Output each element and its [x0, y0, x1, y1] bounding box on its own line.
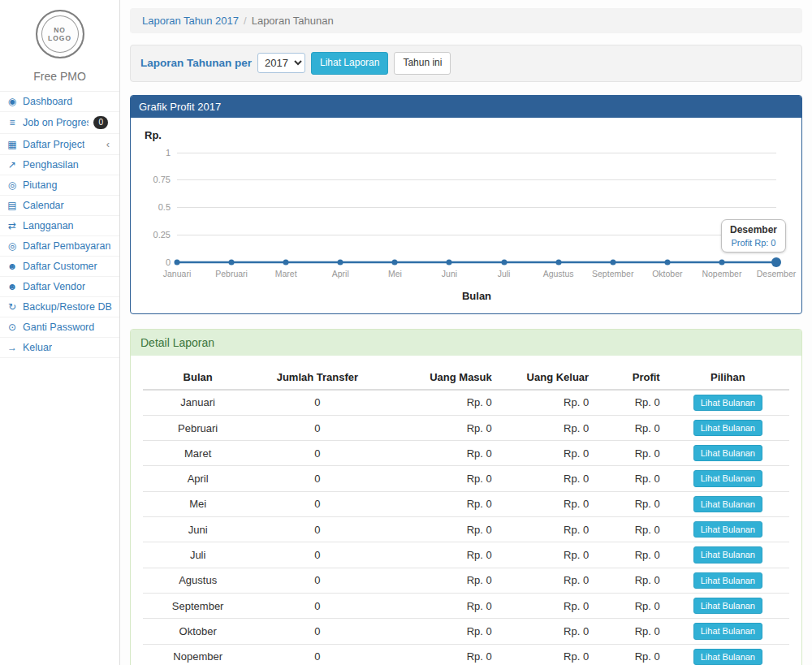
- sidebar-item-backup-restore-db[interactable]: ↻Backup/Restore DB: [0, 297, 119, 317]
- y-tick-label: 0.25: [153, 230, 171, 240]
- cell: Rp. 0: [382, 644, 499, 665]
- sidebar-item-ganti-password[interactable]: ⊙Ganti Password: [0, 317, 119, 338]
- table-row: Mei0Rp. 0Rp. 0Rp. 0Lihat Bulanan: [143, 491, 789, 516]
- lihat-bulanan-button[interactable]: Lihat Bulanan: [693, 598, 762, 614]
- data-point-nopember[interactable]: [719, 259, 724, 265]
- data-point-april[interactable]: [338, 259, 343, 265]
- data-point-agustus[interactable]: [555, 259, 561, 265]
- line-chart-icon: ↗: [6, 159, 18, 171]
- sidebar-item-daftar-pembayaran[interactable]: ◎Daftar Pembayaran: [0, 236, 119, 257]
- sidebar-item-job-on-progress[interactable]: ≡Job on Progress0: [0, 112, 119, 134]
- lihat-bulanan-button[interactable]: Lihat Bulanan: [693, 546, 762, 563]
- sidebar-item-piutang[interactable]: ◎Piutang: [0, 175, 119, 196]
- lihat-bulanan-button[interactable]: Lihat Bulanan: [693, 445, 762, 461]
- lihat-bulanan-button[interactable]: Lihat Bulanan: [693, 496, 762, 512]
- data-point-maret[interactable]: [283, 259, 289, 265]
- report-table: BulanJumlah TransferUang MasukUang Kelua…: [143, 365, 789, 665]
- sidebar-item-label: Keluar: [23, 342, 52, 353]
- sidebar-item-daftar-customer[interactable]: ☻Daftar Customer: [0, 257, 119, 277]
- cell: Rp. 0: [595, 593, 667, 618]
- table-row: Agustus0Rp. 0Rp. 0Rp. 0Lihat Bulanan: [143, 568, 789, 593]
- sidebar-item-calendar[interactable]: ▤Calendar: [0, 196, 119, 216]
- x-tick-label: Pebruari: [215, 269, 248, 279]
- cell: Rp. 0: [382, 542, 499, 568]
- cell: 0: [253, 542, 382, 568]
- cell: Agustus: [143, 568, 253, 593]
- filter-label: Laporan Tahunan per: [140, 57, 252, 69]
- detail-panel-title: Detail Laporan: [131, 330, 801, 356]
- data-point-januari[interactable]: [175, 259, 180, 265]
- column-header-uang-keluar: Uang Keluar: [499, 365, 595, 390]
- breadcrumb-separator: /: [244, 15, 247, 27]
- data-point-pebruari[interactable]: [229, 259, 235, 265]
- cell: Mei: [143, 491, 253, 516]
- cell: 0: [253, 619, 382, 644]
- sidebar-item-label: Langganan: [23, 220, 74, 231]
- column-header-bulan: Bulan: [143, 365, 253, 390]
- cell: Rp. 0: [382, 390, 499, 416]
- column-header-profit: Profit: [595, 365, 667, 390]
- exchange-icon: ⇄: [6, 220, 18, 231]
- cell: 0: [253, 644, 382, 665]
- lihat-bulanan-button[interactable]: Lihat Bulanan: [693, 521, 762, 538]
- brand-name: Free PMO: [0, 70, 119, 83]
- cell: Rp. 0: [595, 390, 667, 416]
- y-tick-label: 0.5: [158, 202, 171, 212]
- cell: Rp. 0: [499, 466, 595, 491]
- eye-icon: ◎: [6, 240, 18, 252]
- sidebar-item-daftar-vendor[interactable]: ☻Daftar Vendor: [0, 277, 119, 297]
- sidebar-item-keluar[interactable]: →Keluar: [0, 338, 119, 358]
- breadcrumb-link[interactable]: Laporan Tahun 2017: [142, 15, 239, 27]
- data-point-september[interactable]: [610, 259, 615, 265]
- column-header-uang-masuk: Uang Masuk: [382, 365, 499, 390]
- table-row: Nopember0Rp. 0Rp. 0Rp. 0Lihat Bulanan: [143, 644, 789, 665]
- cell: Rp. 0: [595, 466, 667, 491]
- count-badge: 0: [93, 116, 108, 129]
- data-point-juni[interactable]: [447, 259, 452, 265]
- cell: Rp. 0: [382, 568, 499, 593]
- cell: Rp. 0: [382, 466, 499, 491]
- detail-panel-body: BulanJumlah TransferUang MasukUang Kelua…: [131, 356, 801, 665]
- tahun-ini-button[interactable]: Tahun ini: [394, 52, 451, 75]
- cell: 0: [253, 568, 382, 593]
- x-tick-label: Oktober: [652, 269, 682, 279]
- data-point-oktober[interactable]: [664, 259, 670, 265]
- cell: Rp. 0: [499, 390, 595, 416]
- data-point-juli[interactable]: [501, 259, 507, 265]
- cell: Rp. 0: [382, 517, 499, 542]
- lihat-bulanan-button[interactable]: Lihat Bulanan: [693, 420, 762, 436]
- x-tick-label: Maret: [275, 269, 297, 279]
- sidebar-item-daftar-project[interactable]: ▦Daftar Project‹: [0, 134, 119, 155]
- cell: Rp. 0: [499, 491, 595, 516]
- cell: 0: [253, 441, 382, 466]
- year-select[interactable]: 2017: [257, 53, 305, 73]
- sidebar-item-dashboard[interactable]: ◉Dashboard: [0, 92, 119, 112]
- table-row: Juni0Rp. 0Rp. 0Rp. 0Lihat Bulanan: [143, 517, 789, 542]
- data-point-mei[interactable]: [392, 259, 398, 265]
- cell: Rp. 0: [499, 441, 595, 466]
- table-row: April0Rp. 0Rp. 0Rp. 0Lihat Bulanan: [143, 466, 789, 491]
- table-row: September0Rp. 0Rp. 0Rp. 0Lihat Bulanan: [143, 593, 789, 618]
- sidebar-item-label: Job on Progress: [23, 117, 89, 128]
- lihat-bulanan-button[interactable]: Lihat Bulanan: [693, 623, 762, 639]
- lihat-laporan-button[interactable]: Lihat Laporan: [311, 52, 388, 75]
- main-content: Laporan Tahun 2017/Laporan Tahunan Lapor…: [120, 0, 812, 665]
- report-table-head-row: BulanJumlah TransferUang MasukUang Kelua…: [143, 365, 789, 390]
- report-table-body: Januari0Rp. 0Rp. 0Rp. 0Lihat BulananPebr…: [143, 390, 789, 665]
- report-filter-bar: Laporan Tahunan per 2017 Lihat Laporan T…: [130, 45, 802, 82]
- x-tick-label: Mei: [388, 269, 402, 279]
- sidebar-item-penghasilan[interactable]: ↗Penghasilan: [0, 155, 119, 175]
- cell: Rp. 0: [499, 644, 595, 665]
- users-icon: ☻: [6, 281, 18, 292]
- lihat-bulanan-button[interactable]: Lihat Bulanan: [693, 649, 762, 665]
- sidebar-item-langganan[interactable]: ⇄Langganan: [0, 216, 119, 236]
- lihat-bulanan-button[interactable]: Lihat Bulanan: [693, 572, 762, 589]
- lihat-bulanan-button[interactable]: Lihat Bulanan: [693, 470, 762, 486]
- cell: Rp. 0: [382, 619, 499, 644]
- chevron-left-icon: ‹: [106, 138, 110, 150]
- calendar-icon: ▤: [6, 200, 18, 211]
- cell: Rp. 0: [499, 619, 595, 644]
- x-axis-labels: JanuariPebruariMaretAprilMeiJuniJuliAgus…: [177, 269, 776, 280]
- lihat-bulanan-button[interactable]: Lihat Bulanan: [693, 395, 762, 411]
- data-point-desember[interactable]: [771, 257, 781, 267]
